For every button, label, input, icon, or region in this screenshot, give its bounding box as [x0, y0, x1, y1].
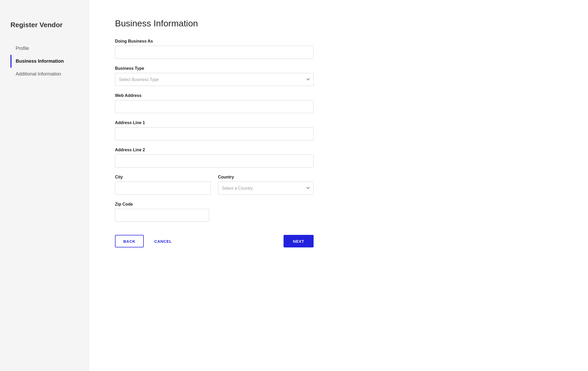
- address-line-1-label: Address Line 1: [115, 120, 314, 125]
- next-button[interactable]: NEXT: [284, 235, 314, 247]
- back-button[interactable]: BACK: [115, 235, 144, 247]
- sidebar-item-additional-information[interactable]: Additional Information: [10, 68, 81, 80]
- sidebar-title: Register Vendor: [10, 21, 81, 29]
- sidebar: Register Vendor Profile Business Informa…: [0, 0, 89, 371]
- sidebar-item-profile[interactable]: Profile: [10, 42, 81, 55]
- business-type-select[interactable]: Select Business Type LLC Corporation Sol…: [115, 73, 314, 86]
- web-address-label: Web Address: [115, 93, 314, 98]
- country-select[interactable]: Select a Country United States Canada Un…: [218, 182, 314, 195]
- cancel-button[interactable]: CANCEL: [149, 235, 177, 247]
- web-address-input[interactable]: [115, 100, 314, 113]
- country-group: Country Select a Country United States C…: [218, 175, 314, 195]
- zip-code-label: Zip Code: [115, 202, 209, 207]
- city-country-row: City Country Select a Country United Sta…: [115, 175, 314, 202]
- web-address-group: Web Address: [115, 93, 314, 113]
- page-title: Business Information: [115, 18, 572, 28]
- city-input[interactable]: [115, 182, 211, 195]
- address-line-2-group: Address Line 2: [115, 148, 314, 167]
- doing-business-as-input[interactable]: [115, 46, 314, 59]
- country-label: Country: [218, 175, 314, 179]
- zip-code-input[interactable]: [115, 209, 209, 222]
- address-line-2-input[interactable]: [115, 154, 314, 167]
- address-line-1-input[interactable]: [115, 127, 314, 140]
- main-content: Business Information Doing Business As B…: [89, 0, 588, 371]
- button-row: BACK CANCEL NEXT: [115, 235, 314, 247]
- left-buttons: BACK CANCEL: [115, 235, 177, 247]
- address-line-2-label: Address Line 2: [115, 148, 314, 152]
- city-group: City: [115, 175, 211, 195]
- doing-business-as-label: Doing Business As: [115, 39, 314, 44]
- address-line-1-group: Address Line 1: [115, 120, 314, 140]
- business-information-form: Doing Business As Business Type Select B…: [115, 39, 314, 247]
- business-type-group: Business Type Select Business Type LLC C…: [115, 66, 314, 86]
- sidebar-item-business-information[interactable]: Business Information: [10, 55, 81, 68]
- business-type-label: Business Type: [115, 66, 314, 71]
- sidebar-nav: Profile Business Information Additional …: [10, 42, 81, 80]
- zip-code-group: Zip Code: [115, 202, 209, 222]
- city-label: City: [115, 175, 211, 179]
- doing-business-as-group: Doing Business As: [115, 39, 314, 59]
